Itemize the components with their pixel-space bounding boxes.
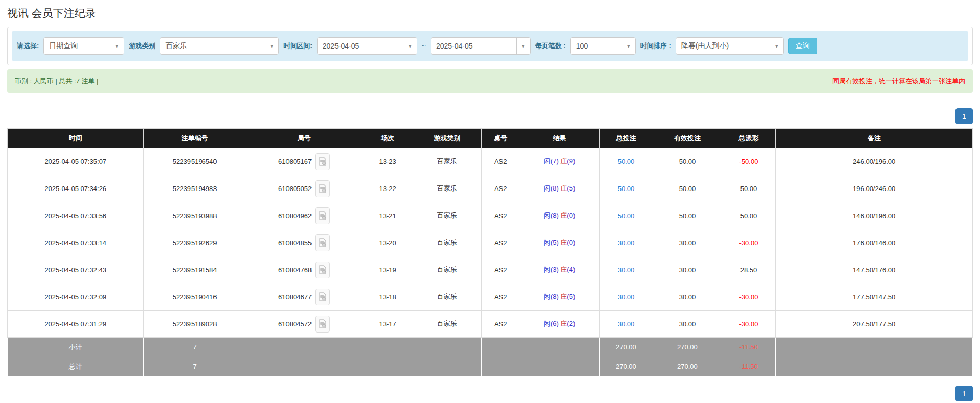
cell-bet-id: 522395193988 (144, 202, 246, 229)
page-button[interactable]: 1 (955, 108, 973, 124)
cell-round-id: 610804677 (246, 283, 363, 311)
result-banker: 庄 (560, 211, 567, 219)
total-bet-link[interactable]: 30.00 (618, 293, 635, 301)
cell-time: 2025-04-05 07:35:07 (8, 148, 144, 175)
total-row-empty-cell (413, 357, 481, 376)
sort-order-select[interactable]: ▾ (676, 37, 784, 55)
bet-records-table: 时间注单编号局号场次游戏类别桌号结果总投注有效投注总派彩备注 2025-04-0… (7, 128, 973, 376)
cell-total-bet: 30.00 (599, 311, 653, 338)
date-to-select[interactable]: ▾ (431, 37, 531, 55)
video-icon[interactable] (315, 180, 330, 197)
page-size-select[interactable]: ▾ (570, 37, 636, 55)
video-icon (319, 211, 327, 220)
total-bet-link[interactable]: 50.00 (618, 158, 635, 165)
cell-payout: -30.00 (722, 229, 776, 256)
cell-valid-bet: 30.00 (653, 283, 722, 311)
query-type-select[interactable]: ▾ (43, 37, 124, 55)
total-row-count: 7 (144, 357, 246, 376)
cell-round-id: 610805052 (246, 175, 363, 202)
chevron-down-icon[interactable]: ▾ (516, 38, 530, 54)
cell-time: 2025-04-05 07:34:26 (8, 175, 144, 202)
subtotal-row-valid-bet: 270.00 (653, 338, 722, 357)
cell-session: 13-19 (363, 256, 413, 283)
video-icon (319, 265, 327, 274)
chevron-down-icon[interactable]: ▾ (622, 38, 635, 54)
sort-order-label: 时间排序 : (640, 41, 671, 51)
page-button[interactable]: 1 (955, 386, 973, 401)
cell-table-no: AS2 (481, 229, 520, 256)
video-icon (319, 292, 327, 301)
cell-remark: 176.00/146.00 (776, 229, 973, 256)
date-from-select[interactable]: ▾ (317, 37, 417, 55)
subtotal-row-empty-cell (363, 338, 413, 357)
round-id-text: 610804855 (278, 239, 312, 247)
result-banker: 庄 (560, 293, 567, 300)
table-row: 2025-04-05 07:32:43522395191584610804768… (8, 256, 973, 283)
date-from-value[interactable] (318, 38, 403, 54)
cell-total-bet: 30.00 (599, 256, 653, 283)
cell-result: 闲(8) 庄(5) (520, 175, 599, 202)
game-type-value[interactable] (160, 38, 265, 54)
subtotal-row-empty-cell (481, 338, 520, 357)
cell-time: 2025-04-05 07:33:56 (8, 202, 144, 229)
video-icon[interactable] (315, 289, 330, 305)
summary-bar: 币别 : 人民币 | 总共 :7 注单 | 同局有效投注，统一计算在该局第一张注… (7, 69, 973, 93)
result-banker: 庄 (560, 157, 567, 165)
cell-game-type: 百家乐 (413, 175, 481, 202)
cell-bet-id: 522395194983 (144, 175, 246, 202)
total-row: 总计7270.00270.00-11.50 (8, 357, 973, 376)
table-row: 2025-04-05 07:31:29522395189028610804572… (8, 311, 973, 338)
result-banker: 庄 (560, 184, 567, 192)
video-icon[interactable] (315, 316, 330, 333)
chevron-down-icon[interactable]: ▾ (265, 38, 278, 54)
date-to-value[interactable] (431, 38, 516, 54)
total-bet-link[interactable]: 50.00 (618, 185, 635, 193)
total-bet-link[interactable]: 30.00 (618, 266, 635, 274)
game-type-select[interactable]: ▾ (160, 37, 279, 55)
column-header: 游戏类别 (413, 129, 481, 148)
chevron-down-icon[interactable]: ▾ (110, 38, 124, 54)
chevron-down-icon[interactable]: ▾ (770, 38, 783, 54)
column-header: 总派彩 (722, 129, 776, 148)
cell-round-id: 610804768 (246, 256, 363, 283)
result-player: 闲(6) (544, 320, 561, 327)
total-bet-link[interactable]: 50.00 (618, 212, 635, 220)
table-row: 2025-04-05 07:32:09522395190416610804677… (8, 283, 973, 311)
cell-result: 闲(3) 庄(4) (520, 256, 599, 283)
search-button[interactable]: 查询 (788, 38, 817, 54)
cell-table-no: AS2 (481, 256, 520, 283)
total-bet-link[interactable]: 30.00 (618, 239, 635, 247)
video-icon[interactable] (315, 234, 330, 251)
page-size-value[interactable] (571, 38, 622, 54)
round-id-text: 610805052 (278, 185, 312, 193)
column-header: 备注 (776, 129, 973, 148)
cell-session: 13-20 (363, 229, 413, 256)
result-player: 闲(8) (544, 293, 561, 300)
cell-bet-id: 522395192629 (144, 229, 246, 256)
page-title: 视讯 会员下注纪录 (7, 6, 973, 20)
round-id-text: 610804768 (278, 266, 312, 274)
cell-total-bet: 30.00 (599, 229, 653, 256)
chevron-down-icon[interactable]: ▾ (403, 38, 417, 54)
cell-valid-bet: 50.00 (653, 202, 722, 229)
payout-value: 28.50 (740, 266, 757, 274)
result-player: 闲(8) (544, 211, 561, 219)
result-player: 闲(8) (544, 184, 561, 192)
cell-result: 闲(7) 庄(9) (520, 148, 599, 175)
video-icon[interactable] (315, 153, 330, 170)
sort-order-value[interactable] (676, 38, 770, 54)
total-row-empty-cell (520, 357, 599, 376)
total-bet-link[interactable]: 30.00 (618, 320, 635, 328)
column-header: 有效投注 (653, 129, 722, 148)
total-row-payout: -11.50 (722, 357, 776, 376)
video-icon[interactable] (315, 262, 330, 278)
total-row-remark (776, 357, 973, 376)
cell-bet-id: 522395190416 (144, 283, 246, 311)
query-type-value[interactable] (44, 38, 110, 54)
video-icon (319, 184, 327, 193)
pagination-top: 1 (7, 108, 973, 124)
cell-game-type: 百家乐 (413, 202, 481, 229)
round-id-group: 610804677 (278, 289, 330, 305)
video-icon[interactable] (315, 207, 330, 224)
round-id-text: 610804572 (278, 320, 312, 328)
